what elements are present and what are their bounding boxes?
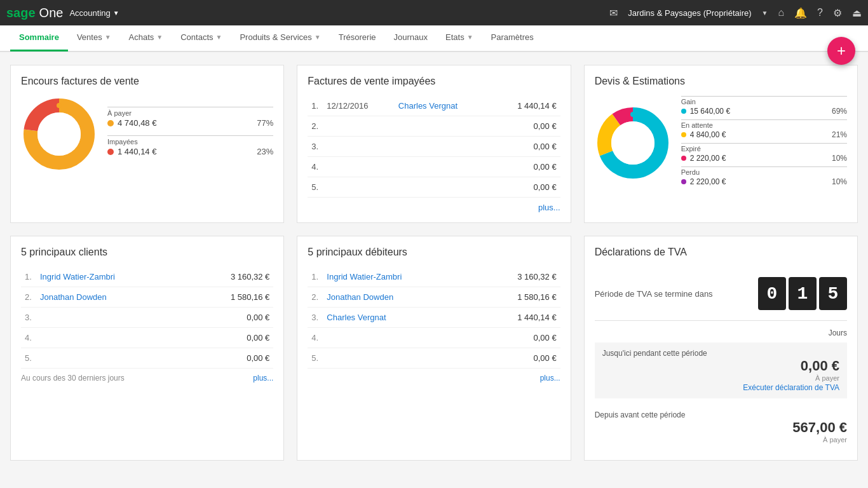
row-amount: 3 160,32 € (475, 267, 560, 287)
devis-dot-blue (681, 109, 686, 114)
svg-point-3 (57, 103, 62, 108)
table-row: 3. 0,00 € (308, 137, 560, 157)
chevron-down-icon: ▼ (315, 34, 321, 41)
clients-title: 5 principaux clients (21, 247, 273, 258)
factures-panel: Factures de vente impayées 1. 12/12/2016… (297, 65, 571, 223)
mail-icon[interactable]: ✉ (609, 7, 618, 19)
table-row: 4. 0,00 € (21, 328, 273, 348)
row-amount: 1 580,16 € (475, 287, 560, 308)
nav-item-etats[interactable]: Etats ▼ (437, 25, 482, 51)
tva-previous-period: Depuis avant cette période 567,00 € À pa… (595, 403, 847, 450)
tva-execute-link[interactable]: Exécuter déclaration de TVA (602, 383, 839, 392)
legend-dot-orange (107, 120, 114, 126)
tva-panel: Déclarations de TVA Période de TVA se te… (584, 236, 858, 461)
tva-current-amount: 0,00 € (602, 358, 839, 374)
company-name[interactable]: Jardins & Paysages (Propriétaire) (628, 8, 751, 18)
row-amount: 0,00 € (492, 157, 560, 177)
row-num: 1. (21, 267, 36, 287)
row-amount: 0,00 € (188, 328, 274, 348)
row-name[interactable]: Ingrid Watier-Zambri (323, 267, 475, 287)
tva-jours-label: Jours (595, 329, 847, 337)
table-row: 1. Ingrid Watier-Zambri 3 160,32 € (308, 267, 560, 287)
row-num: 4. (308, 328, 323, 348)
chevron-down-icon: ▼ (156, 34, 163, 41)
legend-label-impayees: Impayées (107, 138, 273, 146)
row-amount: 0,00 € (475, 348, 560, 369)
devis-legend-attente: En attente 4 840,00 € 21% (681, 119, 847, 139)
table-row: 5. 0,00 € (21, 348, 273, 369)
row-amount: 1 440,14 € (475, 308, 560, 328)
table-row: 1. 12/12/2016 Charles Vergnat 1 440,14 € (308, 96, 560, 116)
row-name: Charles Vergnat (395, 96, 492, 116)
devis-legend-perdu: Perdu 2 220,00 € 10% (681, 166, 847, 186)
nav-item-tresorerie[interactable]: Trésorerie (330, 25, 385, 51)
factures-plus-link[interactable]: plus... (308, 203, 560, 212)
devis-legend-expire: Expiré 2 220,00 € 10% (681, 143, 847, 163)
encours-legend: À payer 4 740,48 € 77% Impayées 1 440,14… (107, 105, 273, 163)
encours-donut (21, 96, 97, 172)
row-name[interactable]: Jonathan Dowden (323, 287, 475, 308)
table-row: 1. Ingrid Watier-Zambri 3 160,32 € (21, 267, 273, 287)
nav-item-sommaire[interactable]: Sommaire (10, 25, 68, 51)
tva-current-label: Jusqu'ici pendant cette période (602, 349, 839, 358)
bell-icon[interactable]: 🔔 (794, 7, 807, 19)
devis-dot-purple (681, 179, 686, 184)
row-num: 1. (308, 267, 323, 287)
tva-previous-amount: 567,00 € (595, 419, 847, 436)
encours-panel: Encours factures de vente (10, 65, 284, 223)
encours-donut-svg (21, 96, 97, 172)
table-row: 4. 0,00 € (308, 328, 560, 348)
debiteurs-plus-link[interactable]: plus... (540, 374, 560, 383)
debiteurs-title: 5 principaux débiteurs (308, 247, 560, 258)
svg-point-7 (611, 121, 654, 165)
row-name[interactable]: Charles Vergnat (323, 308, 475, 328)
row-num: 4. (21, 328, 36, 348)
tva-title: Déclarations de TVA (595, 247, 847, 258)
chevron-down-icon: ▼ (216, 34, 222, 41)
nav-item-journaux[interactable]: Journaux (385, 25, 437, 51)
row-num: 3. (308, 137, 323, 157)
nav-item-achats[interactable]: Achats ▼ (120, 25, 172, 51)
tva-previous-sub: À payer (595, 436, 847, 444)
row-name[interactable]: Ingrid Watier-Zambri (36, 267, 188, 287)
row-amount: 0,00 € (188, 308, 274, 328)
table-row: 2. Jonathan Dowden 1 580,16 € (21, 287, 273, 308)
nav-item-parametres[interactable]: Paramètres (482, 25, 543, 51)
table-row: 3. 0,00 € (21, 308, 273, 328)
legend-pct-impayees: 23% (257, 147, 273, 156)
nav-item-contacts[interactable]: Contacts ▼ (172, 25, 231, 51)
logout-icon[interactable]: ⏏ (852, 7, 862, 19)
top-navigation: sage One Accounting ▼ ✉ Jardins & Paysag… (0, 0, 868, 25)
devis-panel: Devis & Estimations (584, 65, 858, 223)
clients-table: 1. Ingrid Watier-Zambri 3 160,32 € 2. Jo… (21, 267, 273, 369)
home-icon[interactable]: ⌂ (778, 7, 784, 18)
accounting-dropdown[interactable]: Accounting ▼ (69, 8, 119, 18)
tva-digit-2: 5 (819, 277, 847, 310)
fab-button[interactable]: + (827, 37, 855, 65)
devis-legend-gain: Gain 15 640,00 € 69% (681, 96, 847, 116)
legend-value-apayer: 4 740,48 € (118, 118, 253, 128)
row-name[interactable]: Jonathan Dowden (36, 287, 188, 308)
row-num: 2. (21, 287, 36, 308)
one-logo: One (39, 6, 64, 20)
devis-dot-yellow (681, 132, 686, 137)
debiteurs-panel: 5 principaux débiteurs 1. Ingrid Watier-… (297, 236, 571, 461)
top-right-area: ✉ Jardins & Paysages (Propriétaire) ▼ ⌂ … (609, 7, 862, 19)
factures-title: Factures de vente impayées (308, 76, 560, 87)
settings-icon[interactable]: ⚙ (833, 7, 842, 19)
row-date: 12/12/2016 (323, 96, 395, 116)
nav-item-produits[interactable]: Produits & Services ▼ (231, 25, 329, 51)
nav-item-ventes[interactable]: Ventes ▼ (68, 25, 120, 51)
row-num: 5. (308, 177, 323, 198)
clients-plus-link[interactable]: plus... (253, 374, 273, 383)
devis-donut-svg (595, 105, 671, 181)
row-num: 5. (21, 348, 36, 369)
main-content: Encours factures de vente (0, 52, 868, 488)
clients-footer-note: Au cours des 30 derniers jours (21, 374, 125, 383)
row-amount: 0,00 € (492, 116, 560, 137)
help-icon[interactable]: ? (817, 7, 823, 18)
tva-countdown-label: Période de TVA se termine dans (595, 289, 713, 299)
row-num: 3. (21, 308, 36, 328)
dropdown-arrow: ▼ (762, 10, 768, 17)
clients-panel: 5 principaux clients 1. Ingrid Watier-Za… (10, 236, 284, 461)
